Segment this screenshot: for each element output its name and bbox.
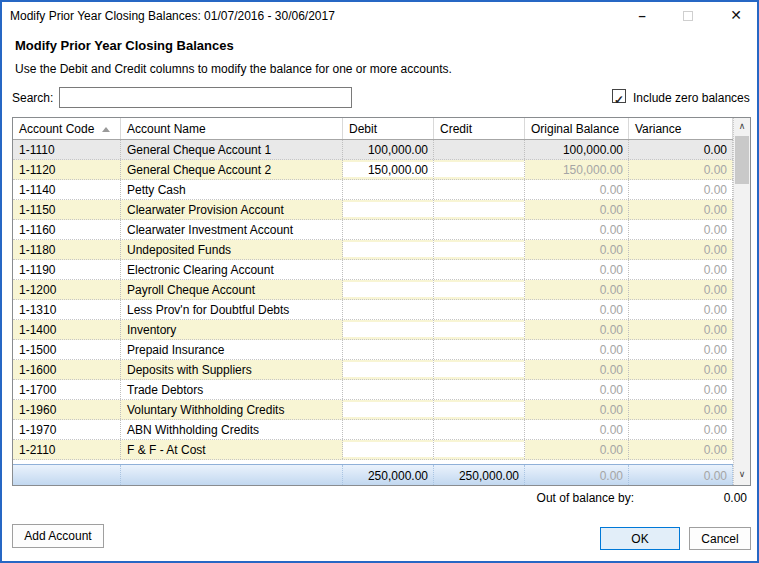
cell-debit[interactable] [343,260,434,279]
table-row[interactable]: 1-1120General Cheque Account 2150,000.00… [13,160,733,180]
cell-debit[interactable] [343,340,434,359]
cell-original-balance: 0.00 [525,320,629,339]
cell-account-name: Undeposited Funds [121,240,343,259]
cell-variance: 0.00 [629,400,733,419]
cell-original-balance: 0.00 [525,220,629,239]
dialog-window: Modify Prior Year Closing Balances: 01/0… [0,0,759,563]
cell-credit[interactable] [434,300,525,319]
table-row[interactable]: 1-1110General Cheque Account 1100,000.00… [13,140,733,160]
table-row[interactable]: 1-1700Trade Debtors0.000.00 [13,380,733,400]
cell-account-name: Less Prov'n for Doubtful Debts [121,300,343,319]
cell-account-name: Deposits with Suppliers [121,360,343,379]
window-title: Modify Prior Year Closing Balances: 01/0… [10,9,335,23]
cell-debit[interactable] [343,380,434,399]
table-row[interactable]: 1-1160Clearwater Investment Account0.000… [13,220,733,240]
cell-debit[interactable] [343,180,434,199]
cell-debit[interactable] [343,420,434,439]
ok-button[interactable]: OK [600,527,680,550]
table-row[interactable]: 1-1600Deposits with Suppliers0.000.00 [13,360,733,380]
cell-credit[interactable] [434,360,525,379]
cell-account-code: 1-1200 [13,280,121,299]
scrollbar-up-icon[interactable]: ∧ [734,118,750,135]
table-row[interactable]: 1-1970ABN Withholding Credits0.000.00 [13,420,733,440]
column-header-credit[interactable]: Credit [434,118,525,139]
cell-debit[interactable] [343,400,434,419]
cell-credit[interactable] [434,240,525,259]
add-account-button[interactable]: Add Account [12,524,104,548]
column-header-variance[interactable]: Variance [629,118,733,139]
cell-credit[interactable] [434,220,525,239]
cell-credit[interactable] [434,180,525,199]
cell-debit[interactable]: 100,000.00 [343,140,434,159]
page-title: Modify Prior Year Closing Balances [15,38,234,53]
totals-credit: 250,000.00 [434,465,525,485]
cell-variance: 0.00 [629,360,733,379]
column-header-account-name[interactable]: Account Name [121,118,343,139]
cell-original-balance: 0.00 [525,260,629,279]
cell-account-name: General Cheque Account 1 [121,140,343,159]
page-subtitle: Use the Debit and Credit columns to modi… [15,62,452,76]
table-row[interactable]: 1-1310Less Prov'n for Doubtful Debts0.00… [13,300,733,320]
table-row[interactable]: 1-1140Petty Cash0.000.00 [13,180,733,200]
cell-credit[interactable] [434,160,525,179]
cell-original-balance: 100,000.00 [525,140,629,159]
cell-credit[interactable] [434,200,525,219]
minimize-button[interactable]: – [627,2,657,30]
cell-debit[interactable] [343,280,434,299]
cell-credit[interactable] [434,340,525,359]
scrollbar-thumb[interactable] [735,136,749,184]
cell-original-balance: 0.00 [525,200,629,219]
cell-credit[interactable] [434,420,525,439]
table-row[interactable]: 1-2110F & F - At Cost0.000.00 [13,440,733,460]
scrollbar-down-icon[interactable]: ∨ [734,466,750,483]
cell-account-code: 1-1970 [13,420,121,439]
include-zero-checkbox[interactable]: ✓ [612,89,626,103]
table-row[interactable]: 1-1180Undeposited Funds0.000.00 [13,240,733,260]
table-row[interactable]: 1-1960Voluntary Withholding Credits0.000… [13,400,733,420]
table-row[interactable]: 1-1190Electronic Clearing Account0.000.0… [13,260,733,280]
cell-credit[interactable] [434,440,525,459]
search-input[interactable] [59,87,352,108]
out-of-balance-value: 0.00 [642,491,747,505]
column-header-account-code[interactable]: Account Code [13,118,121,139]
cell-variance: 0.00 [629,280,733,299]
cell-debit[interactable]: 150,000.00 [343,160,434,179]
cell-credit[interactable] [434,380,525,399]
cell-original-balance: 0.00 [525,280,629,299]
cell-original-balance: 0.00 [525,300,629,319]
cell-debit[interactable] [343,320,434,339]
cell-original-balance: 0.00 [525,180,629,199]
close-button[interactable]: ✕ [721,2,751,30]
table-row[interactable]: 1-1150Clearwater Provision Account0.000.… [13,200,733,220]
cell-credit[interactable] [434,400,525,419]
cell-debit[interactable] [343,360,434,379]
cell-original-balance: 0.00 [525,420,629,439]
accounts-table: Account Code Account Name Debit Credit O… [12,117,751,486]
table-row[interactable]: 1-1200Payroll Cheque Account0.000.00 [13,280,733,300]
cell-variance: 0.00 [629,340,733,359]
sort-ascending-icon [102,127,110,132]
cell-debit[interactable] [343,440,434,459]
cell-original-balance: 0.00 [525,380,629,399]
table-row[interactable]: 1-1400Inventory0.000.00 [13,320,733,340]
cell-credit[interactable] [434,320,525,339]
cell-credit[interactable] [434,280,525,299]
column-header-original-balance[interactable]: Original Balance [525,118,629,139]
vertical-scrollbar[interactable]: ∧ ∨ [733,118,750,485]
cell-debit[interactable] [343,220,434,239]
column-header-debit[interactable]: Debit [343,118,434,139]
cell-variance: 0.00 [629,220,733,239]
cell-debit[interactable] [343,300,434,319]
cell-account-code: 1-1160 [13,220,121,239]
cancel-button[interactable]: Cancel [689,527,751,550]
table-row[interactable]: 1-1500Prepaid Insurance0.000.00 [13,340,733,360]
maximize-button[interactable] [673,2,703,30]
cell-variance: 0.00 [629,380,733,399]
search-label: Search: [12,91,53,105]
cell-credit[interactable] [434,140,525,159]
cell-original-balance: 0.00 [525,360,629,379]
cell-debit[interactable] [343,200,434,219]
cell-credit[interactable] [434,260,525,279]
cell-variance: 0.00 [629,260,733,279]
cell-debit[interactable] [343,240,434,259]
